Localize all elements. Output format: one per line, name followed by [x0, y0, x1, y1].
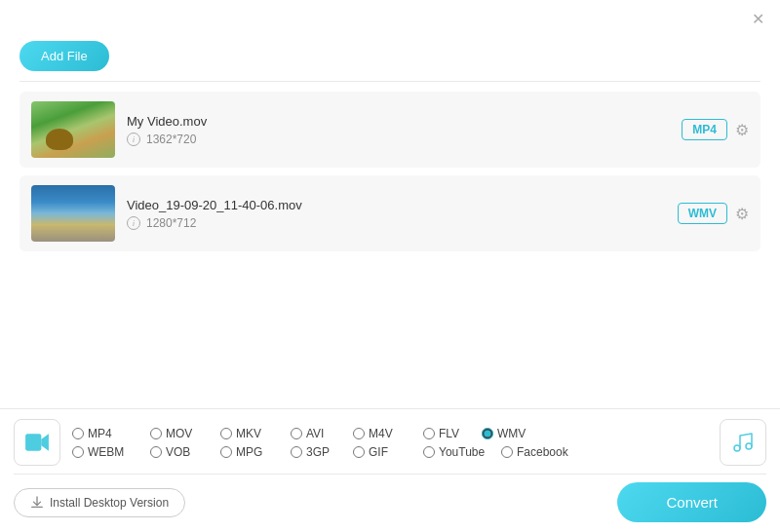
format-row-2: WEBM VOB MPG 3GP GIF YouTube [72, 445, 710, 459]
file-info: My Video.mov i 1362*720 [115, 114, 682, 146]
gear-button[interactable]: ⚙ [735, 205, 749, 223]
radio-m4v[interactable] [353, 428, 365, 439]
file-meta: i 1280*712 [127, 216, 678, 230]
file-resolution: 1362*720 [146, 133, 196, 146]
convert-button[interactable]: Convert [617, 482, 766, 522]
format-row-1: MP4 MOV MKV AVI M4V FLV WM [72, 427, 710, 440]
audio-format-icon-box[interactable] [720, 419, 766, 466]
format-option-facebook[interactable]: Facebook [501, 445, 568, 459]
bottom-bar: MP4 MOV MKV AVI M4V FLV WM [0, 408, 780, 532]
format-option-mkv[interactable]: MKV [220, 427, 291, 440]
format-option-wmv[interactable]: WMV [482, 427, 526, 440]
radio-mkv[interactable] [220, 428, 232, 439]
radio-gif[interactable] [353, 446, 365, 458]
radio-mpg[interactable] [220, 446, 232, 458]
format-option-webm[interactable]: WEBM [72, 445, 150, 459]
music-icon [731, 431, 755, 454]
radio-vob[interactable] [150, 446, 162, 458]
install-desktop-button[interactable]: Install Desktop Version [14, 488, 185, 517]
info-icon[interactable]: i [127, 216, 140, 230]
file-info: Video_19-09-20_11-40-06.mov i 1280*712 [115, 198, 678, 230]
radio-flv[interactable] [423, 428, 435, 439]
radio-facebook[interactable] [501, 446, 513, 458]
action-row: Install Desktop Version Convert [14, 482, 766, 522]
format-option-youtube[interactable]: YouTube [423, 445, 501, 459]
format-option-mp4[interactable]: MP4 [72, 427, 150, 440]
format-option-avi[interactable]: AVI [291, 427, 353, 440]
radio-3gp[interactable] [291, 446, 302, 458]
file-name: Video_19-09-20_11-40-06.mov [127, 198, 678, 212]
svg-point-2 [734, 445, 740, 451]
file-list: My Video.mov i 1362*720 MP4 ⚙ Video_19-0… [0, 82, 780, 269]
svg-point-3 [746, 443, 752, 449]
format-option-flv[interactable]: FLV [423, 427, 482, 440]
close-button[interactable]: ✕ [749, 10, 766, 27]
radio-wmv[interactable] [482, 428, 493, 439]
title-bar: ✕ [0, 0, 780, 33]
format-badge[interactable]: WMV [678, 203, 727, 224]
radio-mp4[interactable] [72, 428, 84, 439]
radio-youtube[interactable] [423, 446, 435, 458]
add-file-button[interactable]: Add File [20, 41, 109, 71]
format-option-m4v[interactable]: M4V [353, 427, 423, 440]
video-format-icon-box[interactable] [14, 419, 60, 466]
file-name: My Video.mov [127, 114, 682, 129]
format-option-3gp[interactable]: 3GP [291, 445, 353, 459]
gear-button[interactable]: ⚙ [735, 121, 749, 139]
format-option-mov[interactable]: MOV [150, 427, 220, 440]
svg-marker-1 [41, 434, 49, 450]
format-badge[interactable]: MP4 [682, 119, 727, 140]
info-icon[interactable]: i [127, 133, 140, 146]
divider-bottom [14, 474, 766, 475]
radio-mov[interactable] [150, 428, 162, 439]
format-row: MP4 MOV MKV AVI M4V FLV WM [14, 419, 766, 466]
file-thumbnail [31, 185, 115, 242]
install-label: Install Desktop Version [50, 496, 169, 510]
file-actions: MP4 ⚙ [682, 119, 749, 140]
add-file-area: Add File [0, 33, 780, 81]
file-item: My Video.mov i 1362*720 MP4 ⚙ [20, 92, 760, 168]
file-resolution: 1280*712 [146, 216, 196, 230]
download-icon [30, 496, 44, 510]
file-actions: WMV ⚙ [678, 203, 749, 224]
file-thumbnail [31, 101, 115, 158]
format-options-grid: MP4 MOV MKV AVI M4V FLV WM [72, 427, 710, 459]
video-icon [24, 430, 50, 455]
format-option-vob[interactable]: VOB [150, 445, 220, 459]
format-option-mpg[interactable]: MPG [220, 445, 291, 459]
radio-webm[interactable] [72, 446, 84, 458]
radio-avi[interactable] [291, 428, 302, 439]
file-meta: i 1362*720 [127, 133, 682, 146]
svg-rect-0 [25, 434, 41, 450]
file-item: Video_19-09-20_11-40-06.mov i 1280*712 W… [20, 175, 760, 251]
format-option-gif[interactable]: GIF [353, 445, 423, 459]
